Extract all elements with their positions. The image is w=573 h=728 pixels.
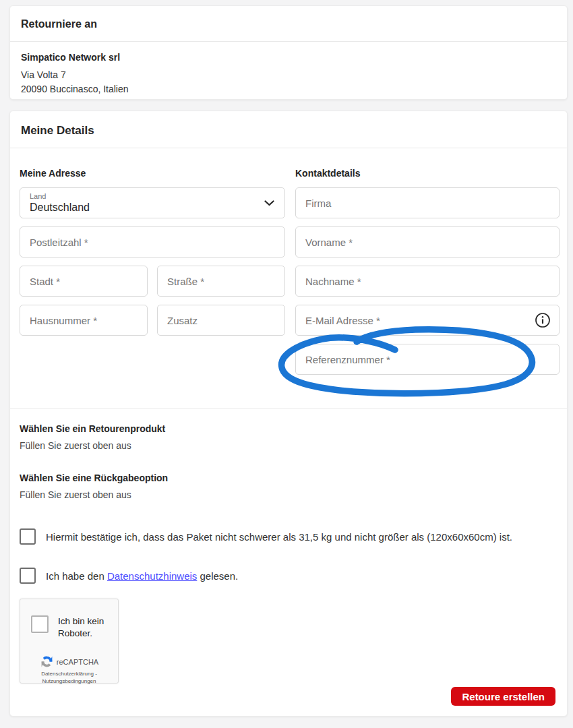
privacy-confirmation-row: Ich habe den Datenschutzhinweis gelesen. bbox=[20, 568, 557, 584]
firstname-field-wrap bbox=[295, 226, 560, 257]
recaptcha-label: Ich bin kein Roboter. bbox=[58, 615, 112, 640]
recaptcha-logo-icon bbox=[40, 655, 54, 669]
return-company: Simpatico Network srl bbox=[21, 52, 556, 63]
recaptcha-logo-row: reCAPTCHA bbox=[20, 655, 118, 669]
house-number-field-wrap bbox=[20, 305, 148, 336]
country-select[interactable]: Land Deutschland bbox=[20, 187, 285, 218]
reference-field-wrap bbox=[295, 344, 560, 375]
lastname-field-wrap bbox=[295, 266, 560, 297]
details-form: Meine Adresse Land Deutschland bbox=[20, 168, 557, 383]
city-street-row bbox=[20, 266, 285, 305]
product-section-heading: Wählen Sie ein Retourenprodukt bbox=[20, 423, 557, 434]
privacy-confirmation-checkbox[interactable] bbox=[20, 568, 36, 584]
contact-column: Kontaktdetails bbox=[295, 168, 560, 383]
country-label: Land bbox=[20, 192, 284, 202]
details-title: Meine Details bbox=[10, 111, 567, 148]
lower-section: Wählen Sie ein Retourenprodukt Füllen Si… bbox=[10, 423, 567, 684]
return-to-title: Retourniere an bbox=[10, 6, 567, 42]
option-section-hint: Füllen Sie zuerst oben aus bbox=[20, 489, 557, 500]
postal-code-field-wrap bbox=[20, 226, 285, 257]
info-icon[interactable] bbox=[535, 312, 551, 328]
email-field-wrap bbox=[295, 305, 560, 336]
chevron-down-icon bbox=[264, 200, 274, 206]
weight-confirmation-checkbox[interactable] bbox=[20, 528, 36, 545]
section-divider bbox=[10, 408, 567, 408]
return-to-address: Simpatico Network srl Via Volta 7 20090 … bbox=[10, 42, 567, 107]
privacy-text-prefix: Ich habe den bbox=[46, 570, 107, 582]
weight-confirmation-row: Hiermit bestätige ich, dass das Paket ni… bbox=[20, 528, 557, 545]
return-city: 20090 Buccinasco, Italien bbox=[21, 82, 556, 96]
recaptcha-brand-text: reCAPTCHA bbox=[57, 658, 98, 666]
city-field-wrap bbox=[20, 266, 148, 297]
street-field-wrap bbox=[157, 266, 285, 297]
details-card: Meine Details Meine Adresse Land Deutsch… bbox=[9, 111, 568, 717]
create-return-button[interactable]: Retoure erstellen bbox=[451, 687, 555, 706]
privacy-text-suffix: gelesen. bbox=[197, 570, 238, 582]
housenumber-additional-row bbox=[20, 305, 285, 344]
postal-code-input[interactable] bbox=[20, 237, 284, 248]
option-section-heading: Wählen Sie eine Rückgabeoption bbox=[20, 473, 557, 483]
additional-input[interactable] bbox=[158, 315, 284, 326]
firstname-input[interactable] bbox=[296, 237, 559, 248]
country-value: Deutschland bbox=[20, 201, 284, 214]
street-input[interactable] bbox=[158, 276, 284, 287]
address-heading: Meine Adresse bbox=[20, 168, 285, 187]
company-field-wrap bbox=[295, 187, 560, 218]
privacy-policy-link[interactable]: Datenschutzhinweis bbox=[107, 570, 197, 582]
reference-number-input[interactable] bbox=[296, 354, 559, 365]
contact-heading: Kontaktdetails bbox=[295, 168, 560, 187]
weight-confirmation-label: Hiermit bestätige ich, dass das Paket ni… bbox=[46, 531, 512, 543]
additional-field-wrap bbox=[157, 305, 285, 336]
return-to-card: Retourniere an Simpatico Network srl Via… bbox=[9, 5, 568, 100]
recaptcha-terms[interactable]: Datenschutzerklärung - Nutzungsbedingung… bbox=[20, 671, 118, 686]
privacy-confirmation-label: Ich habe den Datenschutzhinweis gelesen. bbox=[46, 570, 238, 582]
lastname-input[interactable] bbox=[296, 276, 559, 287]
company-input[interactable] bbox=[296, 198, 559, 209]
city-input[interactable] bbox=[20, 276, 147, 287]
house-number-input[interactable] bbox=[20, 315, 147, 326]
recaptcha-checkbox[interactable] bbox=[31, 615, 49, 633]
email-input[interactable] bbox=[296, 315, 559, 326]
recaptcha-widget: Ich bin kein Roboter. reCAPTCHA Datensch… bbox=[20, 599, 119, 684]
address-column: Meine Adresse Land Deutschland bbox=[20, 168, 285, 383]
product-section-hint: Füllen Sie zuerst oben aus bbox=[20, 440, 557, 451]
return-street: Via Volta 7 bbox=[21, 68, 556, 82]
